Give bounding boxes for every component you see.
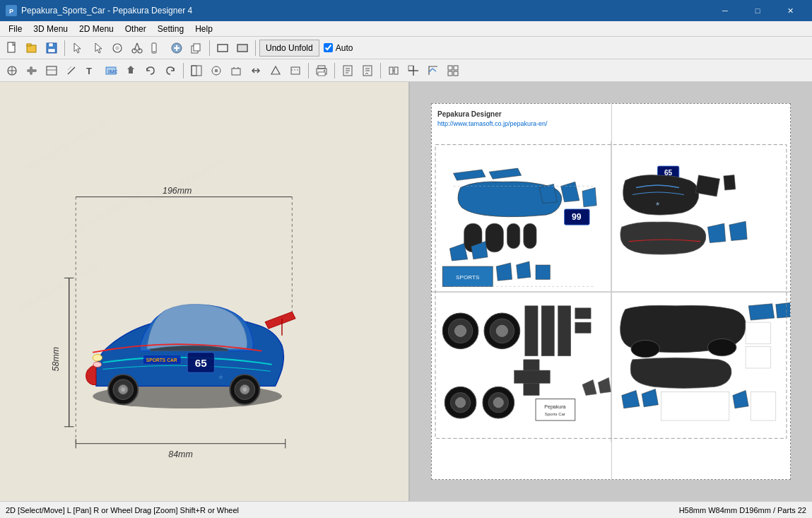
svg-rect-30 bbox=[47, 66, 57, 75]
statusbar-left: 2D [Select/Move] L [Pan] R or Wheel Drag… bbox=[6, 506, 239, 514]
svg-point-99 bbox=[93, 354, 102, 361]
svg-point-150 bbox=[493, 398, 503, 408]
svg-point-154 bbox=[707, 339, 736, 355]
svg-text:SPORTS: SPORTS bbox=[456, 274, 480, 281]
svg-point-153 bbox=[631, 340, 660, 357]
toolbar1: Undo Unfold Auto bbox=[0, 37, 812, 59]
svg-rect-50 bbox=[318, 66, 325, 69]
svg-marker-152 bbox=[598, 377, 611, 393]
tool-cut[interactable] bbox=[128, 39, 146, 57]
svg-rect-163 bbox=[751, 392, 775, 420]
tb2-print[interactable] bbox=[312, 61, 331, 80]
toolbar2-sep3 bbox=[334, 63, 335, 78]
tool-add[interactable] bbox=[167, 39, 186, 57]
svg-text:Pepakura: Pepakura bbox=[544, 404, 565, 410]
svg-rect-158 bbox=[746, 347, 770, 368]
tb2-btn13[interactable] bbox=[286, 61, 305, 80]
statusbar-right: H58mm W84mm D196mm / Parts 22 bbox=[679, 506, 806, 514]
svg-rect-106 bbox=[507, 223, 519, 248]
svg-rect-139 bbox=[575, 322, 591, 333]
svg-rect-138 bbox=[575, 308, 591, 319]
svg-rect-51 bbox=[318, 72, 325, 76]
tb2-btn11[interactable] bbox=[247, 61, 265, 80]
window-title: Pepakura_Sports_Car - Pepakura Designer … bbox=[21, 6, 709, 16]
tb2-btn12[interactable] bbox=[266, 61, 285, 80]
tool-select[interactable] bbox=[69, 39, 87, 57]
tb2-btn9[interactable] bbox=[207, 61, 225, 80]
svg-marker-128 bbox=[729, 221, 747, 240]
2d-view-panel[interactable]: Pepakura Designer http://www.tamasoft.co… bbox=[410, 82, 812, 501]
tb2-btn3[interactable] bbox=[42, 61, 61, 80]
tb2-btn1[interactable] bbox=[3, 61, 21, 80]
tool-copy[interactable] bbox=[187, 39, 206, 57]
undo-unfold-button[interactable]: Undo Unfold bbox=[259, 40, 319, 57]
svg-rect-23 bbox=[218, 45, 228, 52]
svg-marker-46 bbox=[271, 66, 280, 74]
svg-text:Sports Car: Sports Car bbox=[545, 411, 565, 416]
svg-point-100 bbox=[93, 362, 101, 367]
svg-rect-157 bbox=[746, 322, 770, 343]
tb2-btn7[interactable] bbox=[122, 61, 140, 80]
menu-setting[interactable]: Setting bbox=[152, 21, 189, 37]
new-button[interactable] bbox=[3, 39, 21, 57]
svg-text:99: 99 bbox=[572, 212, 582, 222]
3d-view-panel[interactable]: www.wer.com.cn www.wer.com.cn www.wer.co… bbox=[0, 82, 410, 501]
tb2-btn2[interactable] bbox=[23, 61, 41, 80]
toolbar2-sep2 bbox=[308, 63, 309, 78]
tb2-undo[interactable] bbox=[141, 61, 160, 80]
menu-help[interactable]: Help bbox=[189, 21, 218, 37]
tb2-btn5[interactable]: T bbox=[82, 61, 100, 80]
svg-rect-68 bbox=[448, 66, 452, 70]
maximize-button[interactable]: □ bbox=[741, 0, 774, 21]
svg-rect-70 bbox=[448, 71, 452, 76]
menu-other[interactable]: Other bbox=[119, 21, 152, 37]
tb2-btn6[interactable]: IMG bbox=[102, 61, 120, 80]
svg-marker-8 bbox=[74, 43, 81, 53]
close-button[interactable]: ✕ bbox=[774, 0, 806, 21]
tb2-btn10[interactable] bbox=[227, 61, 245, 80]
svg-rect-162 bbox=[661, 392, 729, 420]
svg-rect-119 bbox=[536, 265, 550, 279]
tb2-btn8[interactable] bbox=[187, 61, 206, 80]
svg-line-66 bbox=[429, 69, 433, 72]
save-button[interactable] bbox=[42, 39, 61, 57]
main-content: www.wer.com.cn www.wer.com.cn www.wer.co… bbox=[0, 82, 812, 501]
svg-rect-126 bbox=[724, 175, 736, 191]
auto-checkbox[interactable] bbox=[324, 43, 333, 52]
svg-rect-107 bbox=[524, 223, 536, 248]
tb2-redo[interactable] bbox=[161, 61, 180, 80]
svg-point-134 bbox=[496, 325, 507, 336]
svg-rect-6 bbox=[49, 43, 53, 47]
window-controls: ─ □ ✕ bbox=[709, 0, 806, 21]
svg-rect-47 bbox=[291, 67, 300, 74]
svg-marker-118 bbox=[517, 261, 531, 278]
tb2-btn18[interactable] bbox=[424, 61, 442, 80]
open-button[interactable] bbox=[23, 39, 41, 57]
menu-2d[interactable]: 2D Menu bbox=[73, 21, 119, 37]
svg-rect-65 bbox=[408, 66, 413, 71]
tool-rotate[interactable] bbox=[88, 39, 107, 57]
toolbar2-sep4 bbox=[380, 63, 381, 78]
minimize-button[interactable]: ─ bbox=[709, 0, 741, 21]
svg-rect-38 bbox=[192, 66, 196, 76]
menu-file[interactable]: File bbox=[3, 21, 28, 37]
svg-rect-141 bbox=[514, 370, 551, 383]
tb2-btn14[interactable] bbox=[339, 61, 357, 80]
svg-rect-29 bbox=[30, 66, 33, 75]
svg-marker-161 bbox=[733, 390, 748, 408]
tool-fold[interactable] bbox=[108, 39, 126, 57]
tb2-btn15[interactable] bbox=[358, 61, 377, 80]
tb2-btn17[interactable] bbox=[404, 61, 423, 80]
unfolded-parts-view: 99 SPORTS bbox=[432, 104, 790, 479]
svg-rect-136 bbox=[541, 306, 554, 356]
svg-rect-137 bbox=[558, 306, 570, 356]
tb2-btn19[interactable] bbox=[444, 61, 462, 80]
menu-3d[interactable]: 3D Menu bbox=[28, 21, 73, 37]
tb2-btn16[interactable] bbox=[384, 61, 403, 80]
tool-rect2[interactable] bbox=[233, 39, 252, 57]
app-icon: P bbox=[6, 5, 17, 16]
tb2-btn4[interactable] bbox=[62, 61, 81, 80]
tool-rect[interactable] bbox=[213, 39, 232, 57]
svg-text:IMG: IMG bbox=[108, 69, 117, 75]
tool-pen[interactable] bbox=[148, 39, 166, 57]
